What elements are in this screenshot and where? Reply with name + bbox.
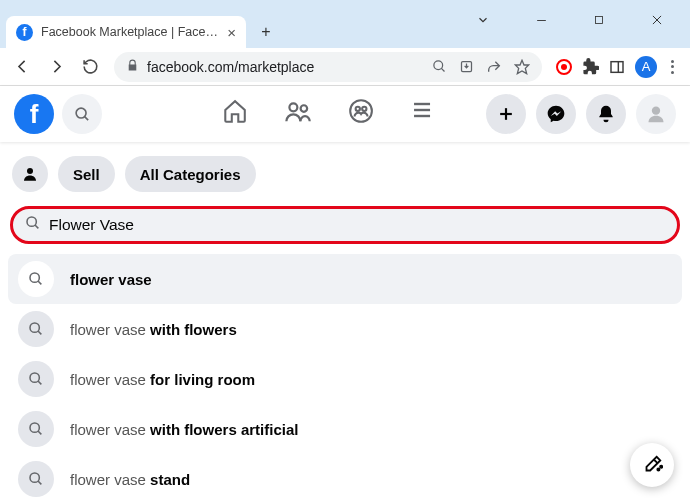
suggestion-item[interactable]: flower vase for living room (8, 354, 682, 404)
svg-line-29 (38, 331, 41, 334)
svg-point-23 (27, 168, 33, 174)
suggestion-item[interactable]: flower vase (8, 254, 682, 304)
svg-point-16 (362, 107, 366, 111)
window-controls (464, 10, 690, 30)
tab-title: Facebook Marketplace | Facebook (41, 25, 219, 39)
suggestion-text: flower vase stand (70, 471, 190, 488)
marketplace-toolbar: Sell All Categories (0, 142, 690, 202)
extensions-icon[interactable] (582, 58, 599, 75)
suggestion-text: flower vase (70, 271, 152, 288)
svg-point-24 (27, 217, 36, 226)
address-bar[interactable]: facebook.com/marketplace (114, 52, 542, 82)
close-button[interactable] (638, 10, 676, 30)
facebook-favicon: f (16, 24, 33, 41)
url-text: facebook.com/marketplace (147, 59, 424, 75)
svg-point-4 (434, 61, 443, 70)
search-icon (25, 215, 41, 235)
svg-rect-1 (596, 17, 603, 24)
suggestion-text: flower vase with flowers (70, 321, 237, 338)
search-suggestions: flower vaseflower vase with flowersflowe… (0, 250, 690, 501)
friends-icon[interactable] (284, 98, 312, 130)
facebook-search-button[interactable] (62, 94, 102, 134)
suggestion-text: flower vase for living room (70, 371, 255, 388)
svg-line-25 (35, 225, 38, 228)
minimize-button[interactable] (522, 10, 560, 30)
facebook-header: f (0, 86, 690, 142)
search-icon (18, 361, 54, 397)
star-icon[interactable] (514, 59, 530, 75)
chevron-down-icon[interactable] (464, 10, 502, 30)
suggestion-item[interactable]: flower vase stand (8, 454, 682, 501)
new-tab-button[interactable]: + (252, 18, 280, 46)
forward-button[interactable] (42, 53, 70, 81)
search-icon (18, 311, 54, 347)
svg-line-5 (441, 68, 444, 71)
svg-line-31 (38, 381, 41, 384)
svg-point-12 (289, 103, 297, 111)
notifications-button[interactable] (586, 94, 626, 134)
svg-point-13 (301, 105, 308, 112)
svg-point-32 (30, 423, 39, 432)
svg-line-11 (84, 116, 88, 120)
svg-rect-8 (611, 61, 623, 72)
svg-marker-7 (515, 60, 528, 73)
marketplace-search-box[interactable] (10, 206, 680, 244)
browser-toolbar: facebook.com/marketplace A (0, 48, 690, 86)
back-button[interactable] (8, 53, 36, 81)
install-icon[interactable] (459, 59, 474, 74)
extension-icons: A (552, 56, 682, 78)
reload-button[interactable] (76, 53, 104, 81)
profile-pill[interactable] (12, 156, 48, 192)
menu-icon[interactable] (410, 98, 434, 130)
svg-line-35 (38, 481, 41, 484)
svg-point-14 (350, 100, 372, 122)
maximize-button[interactable] (580, 10, 618, 30)
all-categories-button[interactable]: All Categories (125, 156, 256, 192)
svg-point-36 (657, 468, 659, 470)
facebook-logo[interactable]: f (14, 94, 54, 134)
side-panel-icon[interactable] (609, 59, 625, 75)
suggestion-item[interactable]: flower vase with flowers (8, 304, 682, 354)
search-icon (18, 461, 54, 497)
svg-point-10 (76, 108, 86, 118)
svg-line-33 (38, 431, 41, 434)
suggestion-text: flower vase with flowers artificial (70, 421, 298, 438)
home-icon[interactable] (222, 98, 248, 130)
messenger-button[interactable] (536, 94, 576, 134)
browser-menu-button[interactable] (667, 56, 678, 78)
svg-point-30 (30, 373, 39, 382)
svg-point-15 (356, 107, 360, 111)
suggestion-item[interactable]: flower vase with flowers artificial (8, 404, 682, 454)
svg-point-37 (660, 466, 662, 468)
profile-avatar[interactable]: A (635, 56, 657, 78)
svg-line-27 (38, 281, 41, 284)
omnibox-icons (432, 59, 530, 75)
marketplace-search-input[interactable] (49, 216, 665, 234)
groups-icon[interactable] (348, 98, 374, 130)
browser-tab[interactable]: f Facebook Marketplace | Facebook × (6, 16, 246, 48)
edit-fab[interactable] (630, 443, 674, 487)
sell-button[interactable]: Sell (58, 156, 115, 192)
svg-point-28 (30, 323, 39, 332)
svg-point-26 (30, 273, 39, 282)
svg-point-22 (652, 107, 660, 115)
share-icon[interactable] (486, 59, 502, 75)
record-extension-icon[interactable] (556, 59, 572, 75)
create-button[interactable] (486, 94, 526, 134)
search-icon (18, 261, 54, 297)
tab-close-button[interactable]: × (227, 24, 236, 41)
svg-point-34 (30, 473, 39, 482)
search-icon[interactable] (432, 59, 447, 74)
account-avatar[interactable] (636, 94, 676, 134)
search-icon (18, 411, 54, 447)
lock-icon (126, 59, 139, 75)
